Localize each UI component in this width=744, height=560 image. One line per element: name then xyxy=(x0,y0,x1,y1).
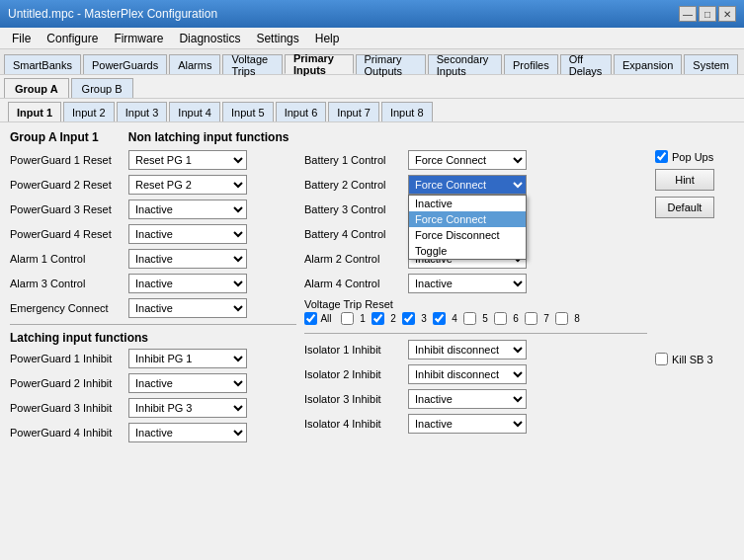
battery2-dropdown-container: Force Connect Inactive Force Connect For… xyxy=(408,175,527,195)
tab-input-4[interactable]: Input 4 xyxy=(169,102,220,121)
vt-checkbox-2[interactable] xyxy=(372,312,384,325)
pg1-inhibit-label: PowerGuard 1 Inhibit xyxy=(10,353,128,364)
iso4-inhibit-select[interactable]: Inactive xyxy=(408,414,527,434)
tab-input-5[interactable]: Input 5 xyxy=(222,102,274,121)
right-column: Battery 1 Control Force Connect Battery … xyxy=(304,150,647,447)
tab-profiles[interactable]: Profiles xyxy=(504,54,558,74)
alarm1-row: Alarm 1 Control Inactive xyxy=(10,249,296,269)
pg1-inhibit-row: PowerGuard 1 Inhibit Inhibit PG 1 xyxy=(10,349,296,368)
vt-checkbox-7[interactable] xyxy=(525,312,537,325)
tab-system[interactable]: System xyxy=(684,54,738,74)
menu-settings[interactable]: Settings xyxy=(248,30,306,47)
tab-voltage-trips[interactable]: Voltage Trips xyxy=(222,54,283,74)
pg4-inhibit-select[interactable]: Inactive xyxy=(128,423,247,442)
popup-checkbox[interactable] xyxy=(655,150,668,163)
iso4-inhibit-row: Isolator 4 Inhibit Inactive xyxy=(304,414,647,434)
vt-checkbox-3[interactable] xyxy=(402,312,415,325)
alarm1-select[interactable]: Inactive xyxy=(128,249,247,269)
iso3-inhibit-label: Isolator 3 Inhibit xyxy=(304,393,408,405)
pg2-inhibit-row: PowerGuard 2 Inhibit Inactive xyxy=(10,373,296,393)
non-latching-label: Non latching input functions xyxy=(128,130,289,144)
default-button[interactable]: Default xyxy=(655,197,714,218)
alarm3-select[interactable]: Inactive xyxy=(128,274,247,293)
tab-group-b[interactable]: Group B xyxy=(71,78,133,98)
menu-help[interactable]: Help xyxy=(307,30,348,47)
dropdown-item-inactive[interactable]: Inactive xyxy=(409,196,526,211)
voltage-trip-checkboxes: All 1 2 3 4 5 6 7 8 xyxy=(304,312,647,325)
alarm2-label: Alarm 2 Control xyxy=(304,253,408,265)
pg1-reset-select[interactable]: Reset PG 1 xyxy=(128,150,247,170)
pg4-reset-row: PowerGuard 4 Reset Inactive xyxy=(10,224,296,244)
tab-off-delays[interactable]: Off Delays xyxy=(560,54,612,74)
dropdown-item-force-connect[interactable]: Force Connect xyxy=(409,211,526,227)
battery2-select[interactable]: Force Connect xyxy=(408,175,527,195)
menu-diagnostics[interactable]: Diagnostics xyxy=(171,30,248,47)
pg4-reset-select[interactable]: Inactive xyxy=(128,224,247,244)
minimize-button[interactable]: — xyxy=(679,6,697,22)
tab-input-6[interactable]: Input 6 xyxy=(276,102,327,121)
pg1-inhibit-select[interactable]: Inhibit PG 1 xyxy=(128,349,247,368)
outer-tab-bar: SmartBanks PowerGuards Alarms Voltage Tr… xyxy=(0,49,744,75)
alarm4-select[interactable]: Inactive xyxy=(408,274,527,293)
pg4-inhibit-label: PowerGuard 4 Inhibit xyxy=(10,427,128,439)
latching-header: Latching input functions xyxy=(10,331,296,345)
pg3-inhibit-select[interactable]: Inhibit PG 3 xyxy=(128,398,247,418)
battery1-select[interactable]: Force Connect xyxy=(408,150,527,170)
tab-smartbanks[interactable]: SmartBanks xyxy=(4,54,81,74)
vt-checkbox-4[interactable] xyxy=(433,312,446,325)
menu-configure[interactable]: Configure xyxy=(39,30,106,47)
tab-secondary-inputs[interactable]: Secondary Inputs xyxy=(428,54,502,74)
emergency-connect-select[interactable]: Inactive xyxy=(128,298,247,318)
input-tab-bar: Input 1 Input 2 Input 3 Input 4 Input 5 … xyxy=(0,99,744,122)
close-button[interactable]: ✕ xyxy=(718,6,736,22)
iso4-inhibit-label: Isolator 4 Inhibit xyxy=(304,418,408,430)
tab-expansion[interactable]: Expansion xyxy=(614,54,682,74)
content-layout: PowerGuard 1 Reset Reset PG 1 PowerGuard… xyxy=(10,150,734,447)
menu-file[interactable]: File xyxy=(4,30,39,47)
vt-label-6: 6 xyxy=(509,313,523,324)
vt-checkbox-1[interactable] xyxy=(341,312,354,325)
pg2-reset-select[interactable]: Reset PG 2 xyxy=(128,175,247,195)
iso2-inhibit-label: Isolator 2 Inhibit xyxy=(304,368,408,380)
alarm3-row: Alarm 3 Control Inactive xyxy=(10,274,296,293)
tab-group-a[interactable]: Group A xyxy=(4,78,69,98)
pg3-inhibit-label: PowerGuard 3 Inhibit xyxy=(10,402,128,414)
vt-checkbox-5[interactable] xyxy=(463,312,476,325)
vt-checkbox-8[interactable] xyxy=(555,312,568,325)
vt-checkbox-6[interactable] xyxy=(494,312,507,325)
pg3-reset-row: PowerGuard 3 Reset Inactive xyxy=(10,200,296,219)
battery1-row: Battery 1 Control Force Connect xyxy=(304,150,647,170)
divider xyxy=(10,324,296,325)
tab-input-8[interactable]: Input 8 xyxy=(381,102,433,121)
popup-row: Pop Ups xyxy=(655,150,713,163)
pg2-inhibit-select[interactable]: Inactive xyxy=(128,373,247,393)
tab-primary-inputs[interactable]: Primary Inputs xyxy=(285,54,354,74)
tab-input-2[interactable]: Input 2 xyxy=(63,102,115,121)
battery3-label: Battery 3 Control xyxy=(304,203,408,215)
menu-firmware[interactable]: Firmware xyxy=(106,30,171,47)
maximize-button[interactable]: □ xyxy=(699,6,716,22)
tab-input-1[interactable]: Input 1 xyxy=(8,102,61,121)
dropdown-item-toggle[interactable]: Toggle xyxy=(409,243,526,259)
hint-button[interactable]: Hint xyxy=(655,169,714,191)
tab-input-7[interactable]: Input 7 xyxy=(328,102,379,121)
iso2-inhibit-select[interactable]: Inhibit disconnect xyxy=(408,364,527,384)
iso1-inhibit-select[interactable]: Inhibit disconnect xyxy=(408,340,527,360)
pg3-reset-select[interactable]: Inactive xyxy=(128,200,247,219)
dropdown-item-force-disconnect[interactable]: Force Disconnect xyxy=(409,227,526,243)
tab-input-3[interactable]: Input 3 xyxy=(117,102,168,121)
iso1-inhibit-label: Isolator 1 Inhibit xyxy=(304,344,408,356)
iso2-inhibit-row: Isolator 2 Inhibit Inhibit disconnect xyxy=(304,364,647,384)
kill-sb-checkbox[interactable] xyxy=(655,353,668,365)
iso3-inhibit-row: Isolator 3 Inhibit Inactive xyxy=(304,389,647,409)
tab-powerguards[interactable]: PowerGuards xyxy=(83,54,167,74)
vt-checkbox-all[interactable] xyxy=(304,312,317,325)
iso3-inhibit-select[interactable]: Inactive xyxy=(408,389,527,409)
pg1-reset-label: PowerGuard 1 Reset xyxy=(10,154,128,166)
tab-primary-outputs[interactable]: Primary Outputs xyxy=(356,54,426,74)
pg4-reset-label: PowerGuard 4 Reset xyxy=(10,228,128,240)
pg2-inhibit-label: PowerGuard 2 Inhibit xyxy=(10,377,128,389)
vt-label-all: All xyxy=(319,313,333,324)
alarm4-row: Alarm 4 Control Inactive xyxy=(304,274,647,293)
tab-alarms[interactable]: Alarms xyxy=(169,54,220,74)
